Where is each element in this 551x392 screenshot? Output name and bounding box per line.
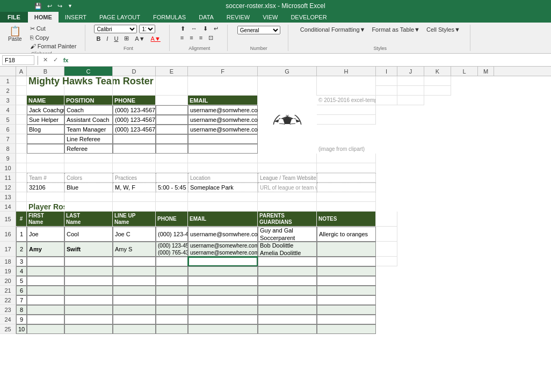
cell-e19[interactable] (156, 266, 188, 276)
cell-a2[interactable] (16, 86, 27, 96)
cell-b1[interactable]: Mighty Hawks Team Roster (27, 76, 64, 86)
cell-h25[interactable] (317, 324, 376, 334)
col-header-i[interactable]: I (376, 67, 397, 76)
cell-b6[interactable]: Blog (27, 125, 64, 134)
cell-d19[interactable] (113, 266, 156, 276)
cell-h2[interactable] (317, 86, 376, 96)
cell-g23[interactable] (258, 305, 317, 315)
col-header-j[interactable]: J (397, 67, 424, 76)
cell-a17[interactable]: 2 (16, 242, 27, 257)
cell-d23[interactable] (113, 305, 156, 315)
cell-b23[interactable] (27, 305, 64, 315)
cell-b24[interactable] (27, 315, 64, 324)
col-header-g[interactable]: G (258, 67, 317, 76)
border-btn[interactable]: ⊞ (122, 34, 131, 42)
cell-b2[interactable] (27, 86, 64, 96)
cell-c12[interactable]: Blue (64, 183, 113, 192)
cell-f22[interactable] (188, 295, 258, 305)
col-header-b[interactable]: B (27, 67, 64, 76)
cell-h22[interactable] (317, 295, 376, 305)
cell-c3[interactable]: POSITION (64, 96, 113, 105)
cell-g12[interactable]: URL of league or team website (258, 183, 317, 192)
tab-data[interactable]: DATA (192, 12, 220, 23)
cell-b20[interactable] (27, 276, 64, 286)
cell-f5[interactable]: username@somwhere.com (188, 115, 258, 125)
cell-d3[interactable]: PHONE (113, 96, 156, 105)
cell-d17[interactable]: Amy S (113, 242, 156, 257)
cell-f3[interactable]: EMAIL (188, 96, 258, 105)
align-bottom-btn[interactable]: ⬇ (201, 25, 210, 33)
cell-a19[interactable]: 4 (16, 266, 27, 276)
cell-g18[interactable] (258, 257, 317, 266)
cell-c18[interactable] (64, 257, 113, 266)
italic-btn[interactable]: I (104, 35, 110, 42)
cell-g17[interactable]: Bob DoolittleAmelia Doolittle (258, 242, 317, 257)
cell-c19[interactable] (64, 266, 113, 276)
font-family-select[interactable]: Calibri (94, 25, 137, 33)
cell-f24[interactable] (188, 315, 258, 324)
cell-d5[interactable]: (000) 123-4567 (113, 115, 156, 125)
cell-a21[interactable]: 6 (16, 286, 27, 295)
cell-a22[interactable]: 7 (16, 295, 27, 305)
cell-d12[interactable]: M, W, F (113, 183, 156, 192)
cell-a25[interactable]: 10 (16, 324, 27, 334)
cell-e21[interactable] (156, 286, 188, 295)
font-size-select[interactable]: 11 (139, 25, 155, 33)
cell-b18[interactable] (27, 257, 64, 266)
cell-f6[interactable]: username@somwhere.com (188, 125, 258, 134)
cell-e22[interactable] (156, 295, 188, 305)
cell-f20[interactable] (188, 276, 258, 286)
cell-d8[interactable] (113, 144, 156, 154)
cell-b5[interactable]: Sue Helper (27, 115, 64, 125)
cell-reference-box[interactable] (2, 55, 34, 65)
cell-e20[interactable] (156, 276, 188, 286)
cell-h23[interactable] (317, 305, 376, 315)
cell-h18[interactable] (317, 257, 376, 266)
tab-insert[interactable]: INSERT (59, 12, 93, 23)
cell-e16[interactable]: (000) 123-4567 (156, 227, 188, 242)
cell-d25[interactable] (113, 324, 156, 334)
tab-home[interactable]: HOME (28, 12, 59, 23)
col-header-h[interactable]: H (317, 67, 376, 76)
align-left-btn[interactable]: ≡ (178, 34, 186, 42)
cell-c25[interactable] (64, 324, 113, 334)
cell-b19[interactable] (27, 266, 64, 276)
cell-g16[interactable]: Guy and GalSoccerparent (258, 227, 317, 242)
bold-btn[interactable]: B (94, 35, 103, 42)
cell-h21[interactable] (317, 286, 376, 295)
cell-f19[interactable] (188, 266, 258, 276)
cell-styles-btn[interactable]: Cell Styles▼ (424, 26, 462, 33)
cell-a20[interactable]: 5 (16, 276, 27, 286)
cell-c17[interactable]: Swift (64, 242, 113, 257)
cell-d18[interactable] (113, 257, 156, 266)
cut-btn[interactable]: ✂ Cut (28, 25, 79, 33)
cell-h16[interactable]: Allergic to oranges (317, 227, 376, 242)
align-top-btn[interactable]: ⬆ (178, 25, 187, 33)
cell-b7[interactable] (27, 134, 64, 144)
cell-c6[interactable]: Team Manager (64, 125, 113, 134)
cell-e12[interactable]: 5:00 - 5:45 pm (156, 183, 188, 192)
conditional-format-btn[interactable]: Conditional Formatting▼ (298, 26, 368, 33)
align-right-btn[interactable]: ≡ (197, 34, 205, 42)
cell-g25[interactable] (258, 324, 317, 334)
cell-d4[interactable]: (000) 123-4567 (113, 105, 156, 115)
cell-f4[interactable]: username@somwhere.com (188, 105, 258, 115)
undo-qa-btn[interactable]: ↩ (45, 2, 54, 10)
cell-c21[interactable] (64, 286, 113, 295)
col-header-f[interactable]: F (188, 67, 258, 76)
cell-b22[interactable] (27, 295, 64, 305)
wrap-text-btn[interactable]: ↵ (212, 25, 221, 33)
col-header-e[interactable]: E (156, 67, 188, 76)
cell-f25[interactable] (188, 324, 258, 334)
merge-btn[interactable]: ⊡ (206, 34, 215, 42)
insert-function-btn[interactable]: fx (62, 57, 70, 63)
tab-developer[interactable]: DEVELOPER (284, 12, 333, 23)
cell-h17[interactable] (317, 242, 376, 257)
cell-d6[interactable]: (000) 123-4567 (113, 125, 156, 134)
tab-file[interactable]: FILE (0, 12, 28, 23)
align-middle-btn[interactable]: ↔ (189, 25, 199, 33)
cell-g19[interactable] (258, 266, 317, 276)
tab-view[interactable]: VIEW (256, 12, 284, 23)
paste-btn[interactable]: 📋 Paste (4, 25, 26, 50)
cell-b4[interactable]: Jack Coachguy (27, 105, 64, 115)
